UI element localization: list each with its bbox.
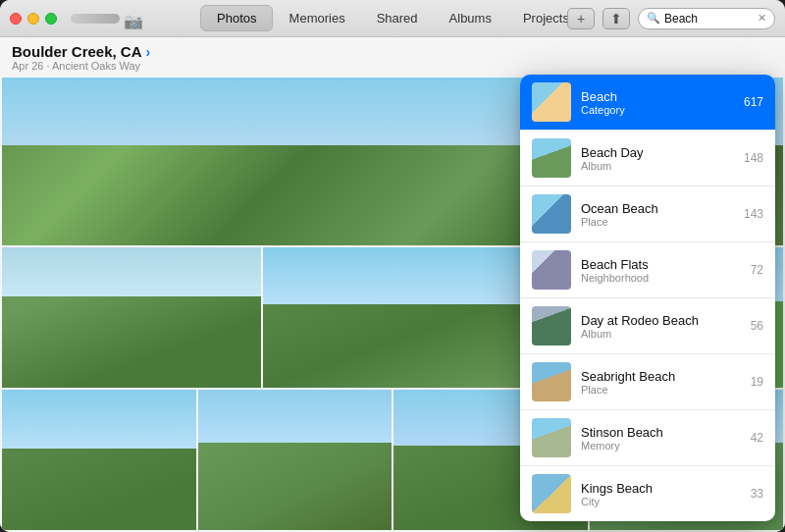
traffic-lights [10,13,57,25]
photo-hikers1[interactable] [263,247,522,388]
dropdown-item-beach[interactable]: BeachCategory617 [520,75,775,130]
item-info-beach-day: Beach DayAlbum [581,145,734,172]
item-subtitle-beach-flats: Neighborhood [581,272,741,284]
minimize-button[interactable] [27,13,39,25]
item-title-beach-day: Beach Day [581,145,734,160]
item-count-stinson: 42 [751,431,763,445]
tab-shared[interactable]: Shared [361,6,434,30]
search-clear-button[interactable]: ✕ [758,12,766,25]
item-thumbnail-kings [532,474,571,513]
nav-tabs: Photos Memories Shared Albums Projects [200,5,585,31]
item-title-beach: Beach [581,89,734,104]
dropdown-item-ocean-beach[interactable]: Ocean BeachPlace143 [520,186,775,241]
item-title-stinson: Stinson Beach [581,425,741,440]
item-thumbnail-beach [532,82,571,122]
dropdown-item-seabright[interactable]: Seabright BeachPlace19 [520,354,775,409]
tab-albums[interactable]: Albums [434,6,507,30]
dropdown-item-stinson[interactable]: Stinson BeachMemory42 [520,410,775,465]
search-dropdown: BeachCategory617Beach DayAlbum148Ocean B… [520,75,775,521]
item-info-seabright: Seabright BeachPlace [581,369,741,396]
item-count-beach-flats: 72 [751,263,763,277]
location-chevron-icon: › [146,44,151,60]
search-icon: 🔍 [647,12,660,25]
item-thumbnail-seabright [532,362,571,401]
item-subtitle-kings: City [581,496,741,507]
item-title-ocean-beach: Ocean Beach [581,201,734,216]
location-name: Boulder Creek, CA [12,43,142,60]
location-subtitle: Apr 26 · Ancient Oaks Way [12,60,773,72]
add-button[interactable]: + [567,8,595,29]
item-info-ocean-beach: Ocean BeachPlace [581,201,734,228]
maximize-button[interactable] [45,13,57,25]
app-window: 📷 Photos Memories Shared Albums Projects… [0,0,785,532]
item-count-beach: 617 [744,95,763,109]
share-button[interactable]: ⬆ [602,8,630,29]
item-subtitle-rodeo-beach: Album [581,328,741,340]
item-thumbnail-beach-day [532,138,571,178]
item-info-kings: Kings BeachCity [581,481,741,507]
location-title: Boulder Creek, CA › [12,43,773,60]
window-slider[interactable] [71,14,120,24]
search-box[interactable]: 🔍 Beach ✕ [638,8,775,29]
item-title-rodeo-beach: Day at Rodeo Beach [581,313,741,328]
item-count-ocean-beach: 143 [744,207,763,221]
item-subtitle-stinson: Memory [581,440,741,452]
item-subtitle-seabright: Place [581,384,741,396]
dropdown-item-rodeo-beach[interactable]: Day at Rodeo BeachAlbum56 [520,298,775,353]
item-thumbnail-stinson [532,418,571,457]
titlebar: 📷 Photos Memories Shared Albums Projects… [0,0,785,37]
item-count-seabright: 19 [751,375,763,389]
item-thumbnail-beach-flats [532,250,571,290]
item-subtitle-beach: Category [581,104,734,116]
item-count-rodeo-beach: 56 [751,319,763,333]
titlebar-right: + ⬆ 🔍 Beach ✕ [567,8,775,29]
tab-memories[interactable]: Memories [274,6,361,30]
photo-couple[interactable] [2,247,261,388]
item-subtitle-ocean-beach: Place [581,216,734,228]
item-subtitle-beach-day: Album [581,160,734,172]
dropdown-item-beach-day[interactable]: Beach DayAlbum148 [520,131,775,186]
dropdown-item-kings[interactable]: Kings BeachCity33 [520,466,775,521]
item-count-beach-day: 148 [744,151,763,165]
item-info-rodeo-beach: Day at Rodeo BeachAlbum [581,313,741,340]
location-header: Boulder Creek, CA › Apr 26 · Ancient Oak… [0,37,785,76]
item-count-kings: 33 [751,487,763,501]
tab-photos[interactable]: Photos [200,5,273,31]
content-area: Boulder Creek, CA › Apr 26 · Ancient Oak… [0,37,785,532]
item-title-seabright: Seabright Beach [581,369,741,384]
item-info-beach-flats: Beach FlatsNeighborhood [581,257,741,284]
item-title-beach-flats: Beach Flats [581,257,741,272]
item-thumbnail-ocean-beach [532,194,571,234]
item-title-kings: Kings Beach [581,481,741,496]
item-info-beach: BeachCategory [581,89,734,116]
window-icon: 📷 [124,12,137,26]
dropdown-item-beach-flats[interactable]: Beach FlatsNeighborhood72 [520,242,775,297]
search-input[interactable]: Beach [664,12,754,26]
photo-girl1[interactable] [2,390,196,530]
item-thumbnail-rodeo-beach [532,306,571,346]
photo-kids[interactable] [198,390,392,530]
item-info-stinson: Stinson BeachMemory [581,425,741,452]
close-button[interactable] [10,13,22,25]
